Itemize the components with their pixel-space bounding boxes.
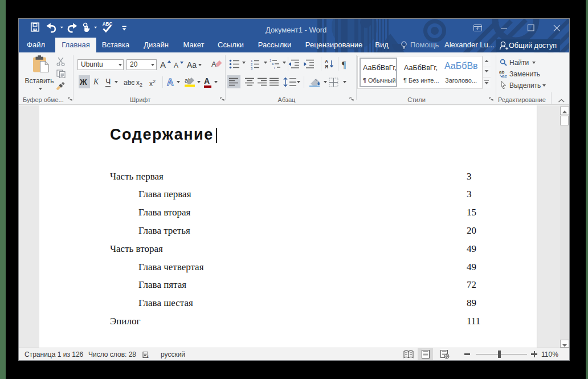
- svg-text:a: a: [272, 62, 274, 66]
- svg-text:i: i: [274, 66, 275, 70]
- svg-text:2: 2: [251, 63, 253, 66]
- svg-text:Я: Я: [325, 64, 328, 70]
- svg-text:1: 1: [270, 59, 271, 62]
- svg-text:A: A: [167, 78, 174, 87]
- svg-text:¶: ¶: [342, 60, 346, 70]
- svg-text:A: A: [211, 60, 217, 68]
- svg-text:ac: ac: [502, 74, 507, 78]
- svg-text:x: x: [146, 354, 149, 359]
- svg-text:3: 3: [251, 67, 253, 70]
- svg-text:1: 1: [251, 59, 253, 63]
